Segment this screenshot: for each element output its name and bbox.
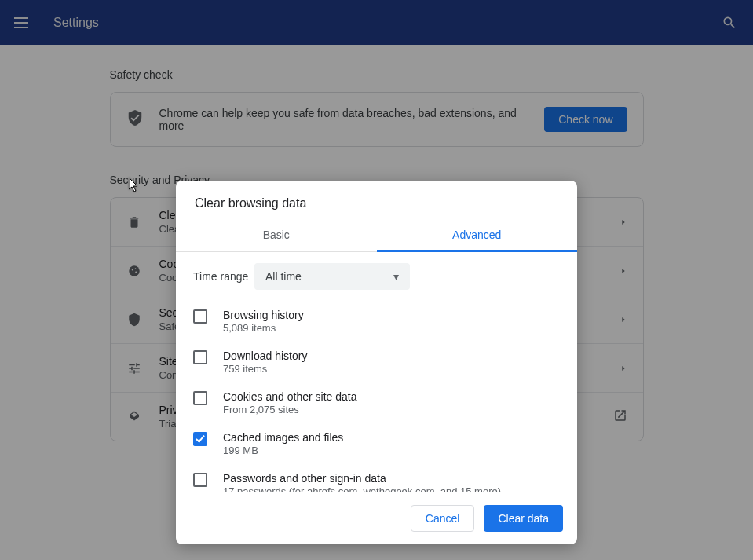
tab-advanced[interactable]: Advanced bbox=[377, 220, 578, 252]
dialog-tabs: Basic Advanced bbox=[176, 220, 577, 252]
clear-item-row: Download history759 items bbox=[193, 342, 560, 382]
cancel-button[interactable]: Cancel bbox=[411, 505, 475, 532]
item-title: Passwords and other sign-in data bbox=[223, 472, 501, 485]
dialog-title: Clear browsing data bbox=[176, 181, 577, 220]
dialog-body: Time range All time ▾ Browsing history5,… bbox=[176, 252, 577, 492]
time-range-label: Time range bbox=[193, 270, 254, 283]
item-subtitle: 759 items bbox=[223, 363, 307, 375]
item-title: Browsing history bbox=[223, 309, 304, 321]
item-title: Download history bbox=[223, 350, 307, 362]
item-subtitle: 199 MB bbox=[223, 445, 343, 456]
time-range-value: All time bbox=[265, 270, 302, 283]
chevron-down-icon: ▾ bbox=[393, 270, 399, 283]
item-subtitle: 5,089 items bbox=[223, 322, 304, 334]
time-range-select[interactable]: All time ▾ bbox=[254, 263, 410, 290]
clear-item-row: Passwords and other sign-in data17 passw… bbox=[193, 464, 560, 492]
item-subtitle: From 2,075 sites bbox=[223, 404, 356, 415]
tab-basic[interactable]: Basic bbox=[176, 220, 377, 251]
clear-browsing-dialog: Clear browsing data Basic Advanced Time … bbox=[176, 181, 577, 544]
checkbox[interactable] bbox=[193, 309, 207, 324]
clear-item-row: Browsing history5,089 items bbox=[193, 301, 560, 342]
dialog-footer: Cancel Clear data bbox=[176, 492, 577, 544]
checkbox[interactable] bbox=[193, 391, 207, 405]
item-subtitle: 17 passwords (for ahrefs.com, wethegeek.… bbox=[223, 485, 501, 492]
item-title: Cookies and other site data bbox=[223, 390, 356, 403]
clear-data-button[interactable]: Clear data bbox=[484, 505, 563, 532]
item-title: Cached images and files bbox=[223, 431, 343, 444]
clear-item-row: Cookies and other site dataFrom 2,075 si… bbox=[193, 382, 560, 423]
checkbox[interactable] bbox=[193, 432, 207, 446]
clear-item-row: Cached images and files199 MB bbox=[193, 423, 560, 464]
checkbox[interactable] bbox=[193, 350, 207, 364]
checkbox[interactable] bbox=[193, 473, 207, 487]
